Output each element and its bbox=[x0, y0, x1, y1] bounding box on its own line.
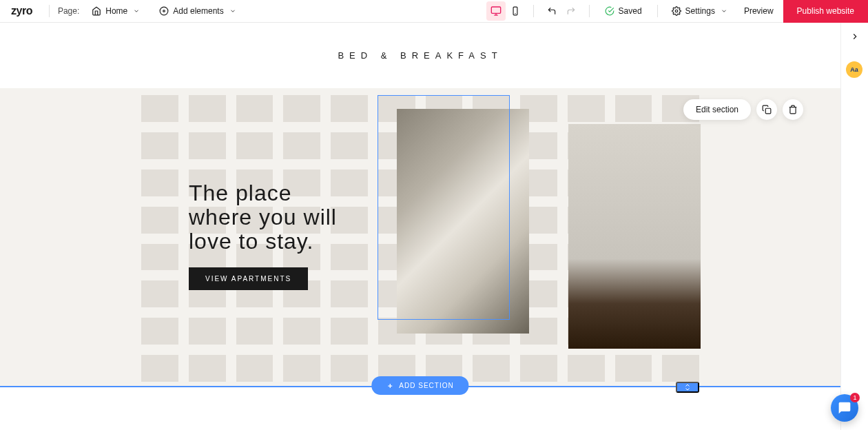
undo-button[interactable] bbox=[542, 1, 561, 21]
divider bbox=[533, 5, 534, 17]
mobile-icon bbox=[510, 6, 520, 16]
svg-point-8 bbox=[675, 10, 678, 12]
page-selector[interactable]: Home bbox=[86, 2, 147, 20]
hero-image-wall-art[interactable] bbox=[568, 124, 701, 349]
redo-icon bbox=[566, 6, 576, 16]
settings-button[interactable]: Settings bbox=[666, 2, 734, 20]
top-toolbar: zyro Page: Home Add elements bbox=[0, 0, 868, 23]
divider bbox=[589, 5, 590, 17]
saved-indicator[interactable]: Saved bbox=[598, 2, 649, 20]
toolbar-left: zyro Page: Home Add elements bbox=[11, 0, 243, 22]
right-rail: Aa bbox=[840, 23, 868, 430]
copy-icon bbox=[762, 105, 772, 114]
section-resize-handle[interactable] bbox=[676, 382, 699, 393]
divider bbox=[49, 5, 50, 17]
redo-button[interactable] bbox=[561, 1, 581, 21]
desktop-view-button[interactable] bbox=[486, 1, 506, 21]
selected-image-frame[interactable] bbox=[378, 95, 510, 320]
chat-badge: 1 bbox=[850, 393, 860, 402]
resize-icon bbox=[683, 383, 692, 391]
divider bbox=[657, 5, 658, 17]
view-apartments-button[interactable]: VIEW APARTMENTS bbox=[189, 267, 308, 290]
add-elements-label: Add elements bbox=[173, 6, 223, 16]
hero-section[interactable]: The place where you will love to stay. V… bbox=[0, 88, 840, 387]
chat-icon bbox=[838, 401, 851, 415]
hero-heading-block[interactable]: The place where you will love to stay. bbox=[189, 181, 337, 254]
chevron-down-icon bbox=[132, 6, 141, 16]
trash-icon bbox=[788, 105, 798, 114]
section-toolbar: Edit section bbox=[683, 99, 803, 120]
undo-icon bbox=[547, 6, 557, 16]
site-header[interactable]: BED & BREAKFAST bbox=[0, 23, 840, 88]
svg-rect-9 bbox=[765, 108, 771, 114]
plus-icon bbox=[386, 382, 393, 389]
brand-logo: zyro bbox=[11, 5, 32, 17]
plus-circle-icon bbox=[159, 6, 169, 16]
toolbar-right: Saved Settings Preview Publish website bbox=[486, 0, 868, 22]
site-title: BED & BREAKFAST bbox=[338, 50, 502, 61]
gear-icon bbox=[672, 6, 681, 16]
expand-panel-button[interactable] bbox=[841, 23, 868, 50]
desktop-icon bbox=[490, 6, 502, 17]
page-name: Home bbox=[105, 6, 127, 16]
chevron-right-icon bbox=[850, 32, 860, 41]
add-section-button[interactable]: ADD SECTION bbox=[371, 376, 468, 395]
editor-canvas: BED & BREAKFAST The place where you will… bbox=[0, 23, 840, 430]
hero-heading: The place where you will love to stay. bbox=[189, 181, 337, 254]
delete-section-button[interactable] bbox=[783, 99, 803, 120]
home-icon bbox=[92, 6, 101, 16]
chat-fab[interactable]: 1 bbox=[831, 394, 858, 422]
preview-button[interactable]: Preview bbox=[734, 2, 783, 20]
mobile-view-button[interactable] bbox=[506, 1, 525, 21]
chevron-down-icon bbox=[228, 6, 238, 16]
typography-badge[interactable]: Aa bbox=[846, 61, 862, 78]
saved-label: Saved bbox=[619, 6, 642, 16]
chevron-down-icon bbox=[719, 6, 729, 16]
check-circle-icon bbox=[605, 6, 614, 16]
edit-section-button[interactable]: Edit section bbox=[683, 99, 751, 120]
svg-rect-3 bbox=[491, 7, 500, 13]
publish-button[interactable]: Publish website bbox=[783, 0, 868, 23]
add-elements-button[interactable]: Add elements bbox=[154, 2, 242, 20]
duplicate-section-button[interactable] bbox=[756, 99, 777, 120]
page-label: Page: bbox=[58, 6, 79, 16]
settings-label: Settings bbox=[685, 6, 715, 16]
